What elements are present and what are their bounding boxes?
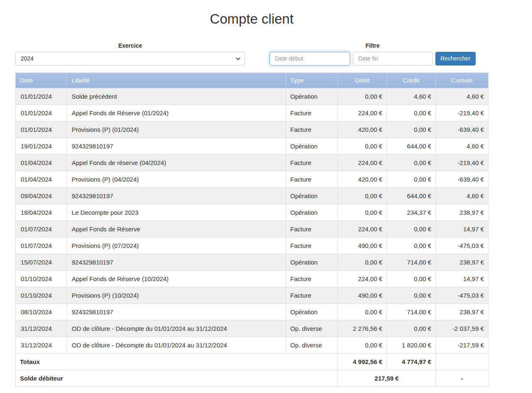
cell-libelle: Le Decompte pour 2023 xyxy=(67,204,286,221)
cell-type: Op. diverse xyxy=(286,320,338,337)
table-row: 01/01/2024Solde précédentOpération0,00 €… xyxy=(16,88,488,104)
table-row: 01/07/2024Provisions (P) (07/2024)Factur… xyxy=(16,237,488,254)
cell-cumule: -639,40 € xyxy=(436,171,488,187)
table-header: Date Libellé Type Débit Crédit Cumule xyxy=(16,73,488,88)
table-row: 18/04/2024Le Decompte pour 2023Opération… xyxy=(16,204,488,221)
column-header-date: Date xyxy=(16,73,67,88)
cell-debit: 0,00 € xyxy=(338,187,387,204)
cell-libelle: Provisions (P) (07/2024) xyxy=(67,237,286,254)
cell-libelle: 924329810197 xyxy=(67,187,286,204)
cell-credit: 4,60 € xyxy=(387,88,436,104)
cell-credit: 0,00 € xyxy=(387,237,436,254)
cell-date: 01/07/2024 xyxy=(16,221,67,237)
cell-cumule: 14,97 € xyxy=(436,221,488,237)
cell-debit: 0,00 € xyxy=(338,337,387,353)
cell-date: 09/04/2024 xyxy=(16,187,67,204)
cell-credit: 0,00 € xyxy=(387,154,436,171)
rechercher-button[interactable]: Rechercher xyxy=(435,52,476,66)
cell-type: Opération xyxy=(286,138,338,154)
cell-cumule: -219,40 € xyxy=(436,154,488,171)
cell-type: Facture xyxy=(286,270,338,287)
cell-debit: 224,00 € xyxy=(338,270,387,287)
cell-type: Facture xyxy=(286,171,338,187)
cell-type: Facture xyxy=(286,104,338,121)
cell-debit: 0,00 € xyxy=(338,88,387,104)
cell-debit: 224,00 € xyxy=(338,221,387,237)
cell-type: Opération xyxy=(286,88,338,104)
table-row: 01/07/2024Appel Fonds de RéserveFacture2… xyxy=(16,221,488,237)
exercice-select[interactable]: 2024 xyxy=(15,52,245,66)
cell-cumule: 238,97 € xyxy=(436,254,488,270)
cell-debit: 0,00 € xyxy=(338,204,387,221)
cell-date: 01/01/2024 xyxy=(16,88,67,104)
cell-cumule: 4,60 € xyxy=(436,88,488,104)
cell-cumule: -475,03 € xyxy=(436,237,488,254)
cell-debit: 224,00 € xyxy=(338,154,387,171)
table-row: 09/04/2024924329810197Opération0,00 €644… xyxy=(16,187,488,204)
date-fin-input[interactable] xyxy=(353,52,433,66)
totals-credit: 4 774,97 € xyxy=(387,353,436,370)
cell-debit: 0,00 € xyxy=(338,254,387,270)
cell-type: Facture xyxy=(286,154,338,171)
table-row: 15/07/2024924329810197Opération0,00 €714… xyxy=(16,254,488,270)
column-header-cumule: Cumule xyxy=(436,73,488,88)
cell-type: Facture xyxy=(286,121,338,138)
cell-credit: 0,00 € xyxy=(387,270,436,287)
table-row: 01/10/2024Appel Fonds de Réserve (10/202… xyxy=(16,270,488,287)
cell-date: 01/10/2024 xyxy=(16,270,67,287)
cell-date: 18/04/2024 xyxy=(16,204,67,221)
cell-libelle: 924329810197 xyxy=(67,138,286,154)
cell-date: 01/01/2024 xyxy=(16,121,67,138)
solde-label: Solde débiteur xyxy=(16,370,338,386)
cell-date: 19/01/2024 xyxy=(16,138,67,154)
table-row: 01/10/2024Provisions (P) (10/2024)Factur… xyxy=(16,287,488,303)
page-title: Compte client xyxy=(15,11,488,27)
cell-date: 01/04/2024 xyxy=(16,171,67,187)
cell-type: Facture xyxy=(286,237,338,254)
cell-cumule: 238,97 € xyxy=(436,303,488,320)
date-debut-input[interactable] xyxy=(270,52,350,66)
exercice-group: Exercice 2024 xyxy=(15,42,245,66)
cell-libelle: OD de clôture - Décompte du 01/01/2024 a… xyxy=(67,337,286,353)
totals-label: Totaux xyxy=(16,353,338,370)
cell-cumule: 4,60 € xyxy=(436,187,488,204)
solde-cumule: - xyxy=(436,370,488,386)
cell-cumule: 14,97 € xyxy=(436,270,488,287)
cell-libelle: OD de clôture - Décompte du 01/01/2024 a… xyxy=(67,320,286,337)
filtre-label: Filtre xyxy=(270,42,476,49)
cell-credit: 714,00 € xyxy=(387,254,436,270)
solde-row: Solde débiteur 217,59 € - xyxy=(16,370,488,386)
cell-type: Opération xyxy=(286,204,338,221)
cell-type: Opération xyxy=(286,254,338,270)
cell-type: Facture xyxy=(286,221,338,237)
cell-date: 15/07/2024 xyxy=(16,254,67,270)
cell-libelle: 924329810197 xyxy=(67,303,286,320)
table-row: 01/04/2024Provisions (P) (04/2024)Factur… xyxy=(16,171,488,187)
cell-cumule: -475,03 € xyxy=(436,287,488,303)
table-row: 31/12/2024OD de clôture - Décompte du 01… xyxy=(16,337,488,353)
cell-libelle: Appel Fonds de Réserve xyxy=(67,221,286,237)
cell-credit: 0,00 € xyxy=(387,121,436,138)
cell-debit: 420,00 € xyxy=(338,121,387,138)
cell-libelle: Provisions (P) (01/2024) xyxy=(67,121,286,138)
cell-debit: 420,00 € xyxy=(338,171,387,187)
cell-cumule: -219,40 € xyxy=(436,104,488,121)
cell-libelle: Appel Fonds de Réserve (10/2024) xyxy=(67,270,286,287)
cell-type: Facture xyxy=(286,287,338,303)
table-row: 01/01/2024Provisions (P) (01/2024)Factur… xyxy=(16,121,488,138)
filtre-group: Filtre Rechercher xyxy=(270,42,476,66)
table-row: 31/12/2024OD de clôture - Décompte du 01… xyxy=(16,320,488,337)
column-header-debit: Débit xyxy=(338,73,387,88)
cell-date: 01/01/2024 xyxy=(16,104,67,121)
cell-libelle: Provisions (P) (04/2024) xyxy=(67,171,286,187)
cell-libelle: Provisions (P) (10/2024) xyxy=(67,287,286,303)
totals-debit: 4 992,56 € xyxy=(338,353,387,370)
cell-date: 01/07/2024 xyxy=(16,237,67,254)
totals-cumule-empty xyxy=(436,353,488,370)
cell-credit: 0,00 € xyxy=(387,320,436,337)
cell-libelle: Solde précédent xyxy=(67,88,286,104)
cell-credit: 0,00 € xyxy=(387,287,436,303)
exercice-label: Exercice xyxy=(15,42,245,49)
cell-cumule: 238,97 € xyxy=(436,204,488,221)
table-row: 01/04/2024Appel Fonds de réserve (04/202… xyxy=(16,154,488,171)
